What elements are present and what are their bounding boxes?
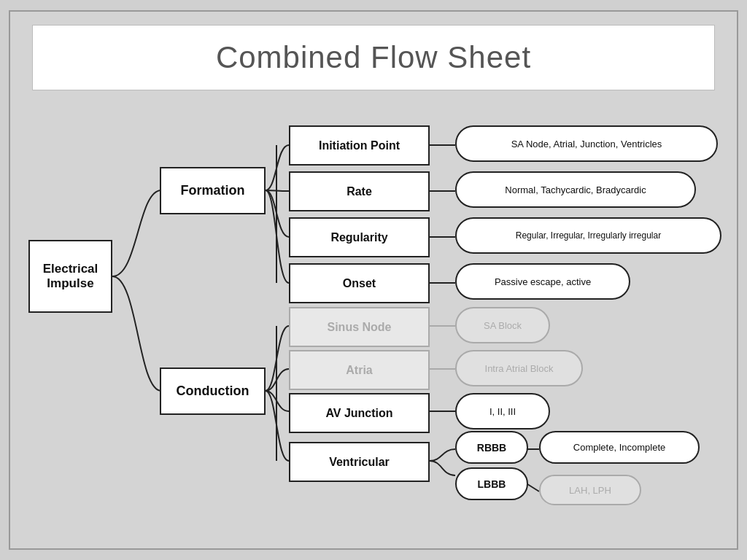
regularity-options-pill: Regular, Irregular, Irregularly irregula… bbox=[455, 217, 721, 254]
sinus-node-label: Sinus Node bbox=[327, 321, 391, 334]
regularity-label: Regularity bbox=[330, 231, 387, 244]
sinus-node-box: Sinus Node bbox=[289, 307, 430, 347]
ventricular-box: Ventricular bbox=[289, 442, 430, 482]
sa-block-text: SA Block bbox=[484, 320, 522, 331]
lah-lph-text: LAH, LPH bbox=[569, 485, 611, 496]
regularity-box: Regularity bbox=[289, 217, 430, 257]
rate-options-text: Normal, Tachycardic, Bradycardic bbox=[505, 184, 646, 195]
atria-label: Atria bbox=[346, 364, 372, 377]
electrical-impulse-box: ElectricalImpulse bbox=[28, 240, 112, 313]
complete-incomplete-text: Complete, Incomplete bbox=[573, 442, 665, 453]
sa-block-pill: SA Block bbox=[455, 307, 550, 343]
lah-lph-pill: LAH, LPH bbox=[539, 475, 641, 505]
rate-box: Rate bbox=[289, 171, 430, 211]
complete-incomplete-pill: Complete, Incomplete bbox=[539, 431, 700, 464]
lbbb-text: LBBB bbox=[478, 478, 506, 490]
initiation-options-text: SA Node, Atrial, Junction, Ventricles bbox=[511, 139, 662, 149]
rate-label: Rate bbox=[347, 185, 372, 198]
electrical-impulse-label: ElectricalImpulse bbox=[43, 262, 98, 291]
onset-box: Onset bbox=[289, 263, 430, 303]
intra-atrial-text: Intra Atrial Block bbox=[485, 363, 554, 374]
av-options-text: I, II, III bbox=[489, 406, 516, 417]
conduction-box: Conduction bbox=[160, 368, 266, 415]
onset-label: Onset bbox=[343, 277, 376, 290]
ventricular-label: Ventricular bbox=[329, 456, 390, 469]
av-junction-box: AV Junction bbox=[289, 393, 430, 433]
conduction-label: Conduction bbox=[177, 384, 249, 399]
rate-options-pill: Normal, Tachycardic, Bradycardic bbox=[455, 171, 696, 208]
intra-atrial-pill: Intra Atrial Block bbox=[455, 350, 583, 386]
title-box: Combined Flow Sheet bbox=[32, 25, 715, 90]
onset-options-text: Passive escape, active bbox=[495, 276, 591, 287]
av-options-pill: I, II, III bbox=[455, 393, 550, 429]
lbbb-pill: LBBB bbox=[455, 467, 528, 500]
slide-title: Combined Flow Sheet bbox=[216, 40, 531, 75]
initiation-options-pill: SA Node, Atrial, Junction, Ventricles bbox=[455, 125, 718, 162]
initiation-point-label: Initiation Point bbox=[319, 139, 400, 152]
initiation-point-box: Initiation Point bbox=[289, 125, 430, 166]
regularity-options-text: Regular, Irregular, Irregularly irregula… bbox=[516, 230, 661, 241]
rbbb-pill: RBBB bbox=[455, 431, 528, 464]
av-junction-label: AV Junction bbox=[325, 407, 392, 420]
atria-box: Atria bbox=[289, 350, 430, 390]
rbbb-text: RBBB bbox=[477, 442, 506, 454]
slide: Combined Flow Sheet bbox=[9, 10, 738, 550]
formation-label: Formation bbox=[181, 183, 245, 198]
formation-box: Formation bbox=[160, 167, 266, 214]
onset-options-pill: Passive escape, active bbox=[455, 263, 630, 300]
diagram: ElectricalImpulse Formation Conduction I… bbox=[18, 105, 729, 541]
